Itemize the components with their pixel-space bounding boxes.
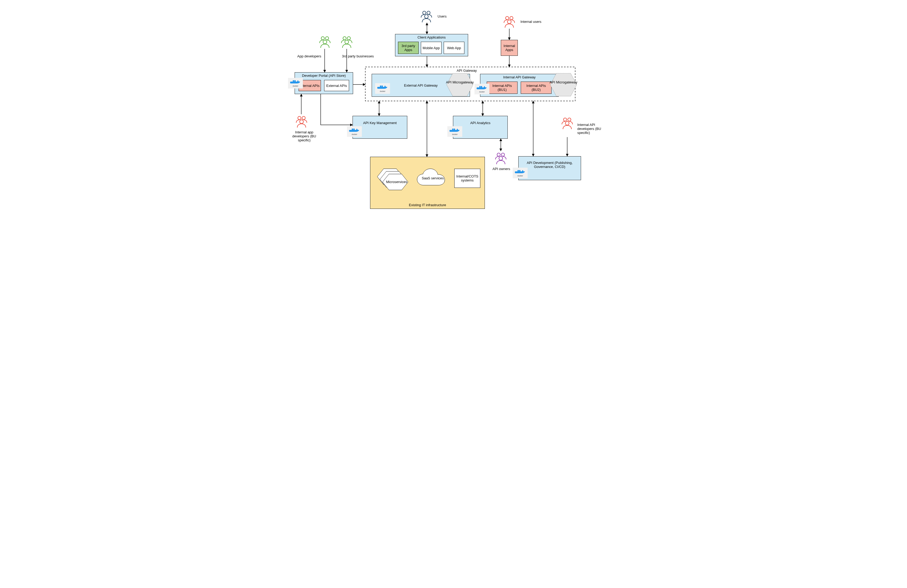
svg-rect-53 xyxy=(481,86,482,87)
web-app: Web App xyxy=(444,42,465,54)
api-owners-icon xyxy=(494,151,508,165)
saas-label: SaaS services xyxy=(415,176,450,180)
docker-icon: docker xyxy=(447,126,462,137)
svg-marker-55 xyxy=(550,73,577,96)
web-app-label: Web App xyxy=(444,42,464,54)
third-party-label: 3rd party businesses xyxy=(342,54,374,58)
docker-icon: docker xyxy=(474,84,489,95)
svg-point-24 xyxy=(343,37,346,40)
svg-point-32 xyxy=(499,157,503,160)
microservices-label: Microservices xyxy=(385,180,409,184)
svg-rect-59 xyxy=(352,128,353,130)
internal-gateway-title: Internal API Gateway xyxy=(480,74,558,80)
external-apis-tile: External APIs xyxy=(324,80,349,91)
api-microgateway-internal: API Microgateway xyxy=(549,72,578,97)
internal-api-devs-icon xyxy=(560,116,575,130)
apidev-label: API Development (Publishing, Governance,… xyxy=(519,157,581,173)
mobile-app-label: Mobile App xyxy=(421,42,441,54)
svg-rect-46 xyxy=(381,86,383,87)
svg-rect-66 xyxy=(454,128,455,130)
svg-point-28 xyxy=(302,116,305,120)
svg-point-26 xyxy=(345,40,349,44)
svg-point-15 xyxy=(423,11,426,14)
svg-rect-52 xyxy=(479,86,481,87)
external-apis-label: External APIs xyxy=(324,80,349,91)
svg-point-25 xyxy=(347,37,351,40)
client-applications: Client Applications 3rd party Apps Mobil… xyxy=(395,34,468,56)
internal-apis-bu1: Internal APIs (BU1) xyxy=(487,82,518,94)
svg-point-18 xyxy=(506,16,509,20)
api-analytics: API Analytics docker xyxy=(453,116,508,139)
svg-rect-71 xyxy=(518,170,519,171)
svg-rect-39 xyxy=(293,80,294,82)
svg-point-23 xyxy=(323,40,327,44)
existing-it-infra: Existing IT infrastructure Microservices… xyxy=(370,157,485,209)
svg-marker-48 xyxy=(447,73,473,96)
third-party-apps-label: 3rd party Apps xyxy=(398,42,418,54)
bu2-label: Internal APIs (BU2) xyxy=(521,82,551,93)
svg-point-35 xyxy=(565,122,569,125)
docker-icon: docker xyxy=(347,126,362,137)
users-icon xyxy=(419,9,434,24)
third-party-icon xyxy=(339,35,354,49)
svg-point-17 xyxy=(425,14,428,18)
api-microgateway-external: API Microgateway xyxy=(445,72,474,97)
svg-point-34 xyxy=(568,118,571,121)
users-label: Users xyxy=(437,14,447,18)
internal-cots: Internal/COTS systems xyxy=(454,169,480,188)
docker-icon: docker xyxy=(288,78,303,88)
internal-app-devs-icon xyxy=(294,114,309,129)
microgateway-label: API Microgateway xyxy=(445,80,474,84)
svg-rect-60 xyxy=(353,128,355,130)
internal-apis-bu2: Internal APIs (BU2) xyxy=(521,82,551,94)
microgateway-label-2: API Microgateway xyxy=(549,80,578,84)
developer-portal-title: Developer Portal (API Store) xyxy=(295,72,353,79)
svg-point-31 xyxy=(501,153,505,156)
svg-text:docker: docker xyxy=(517,175,523,177)
third-party-apps: 3rd party Apps xyxy=(398,42,419,54)
client-apps-title: Client Applications xyxy=(395,34,468,40)
api-development: API Development (Publishing, Governance,… xyxy=(518,156,581,180)
svg-rect-72 xyxy=(519,170,521,171)
cots-label: Internal/COTS systems xyxy=(455,169,480,187)
api-gateway-title: API Gateway xyxy=(457,69,477,72)
developer-portal: Developer Portal (API Store) Internal AP… xyxy=(295,72,353,94)
api-owners-label: API owners xyxy=(491,167,512,171)
internal-apps: Internal Apps xyxy=(501,40,518,56)
docker-icon: docker xyxy=(375,83,390,94)
api-key-management: API Key Management docker xyxy=(353,116,407,139)
internal-users-icon xyxy=(502,14,517,29)
app-developers-label: App developers xyxy=(297,54,321,58)
svg-point-30 xyxy=(497,153,500,156)
svg-text:docker: docker xyxy=(293,85,298,87)
app-developers-icon xyxy=(317,35,332,49)
internal-api-gateway: Internal API Gateway Internal APIs (BU1)… xyxy=(480,74,559,97)
svg-point-16 xyxy=(427,11,430,14)
svg-text:docker: docker xyxy=(351,133,357,135)
internal-apps-label: Internal Apps xyxy=(501,40,518,56)
docker-icon: docker xyxy=(513,168,527,178)
svg-rect-40 xyxy=(294,80,296,82)
svg-text:docker: docker xyxy=(479,91,485,93)
internal-app-devs-label: Internal app developers (BU specific) xyxy=(288,130,320,142)
svg-point-22 xyxy=(325,37,329,40)
svg-point-20 xyxy=(508,20,511,24)
infra-title: Existing IT infrastructure xyxy=(370,203,485,207)
svg-text:docker: docker xyxy=(380,90,386,92)
internal-users-label: Internal users xyxy=(521,20,542,24)
svg-point-27 xyxy=(298,116,301,120)
internal-api-devs-label: Internal API developers (BU specific) xyxy=(577,123,609,135)
svg-point-19 xyxy=(510,16,513,20)
saas-cloud: SaaS services xyxy=(415,168,450,190)
svg-rect-65 xyxy=(452,128,454,130)
mobile-app: Mobile App xyxy=(421,42,442,54)
svg-rect-45 xyxy=(380,86,381,87)
microservices-hex: Microservices xyxy=(377,162,409,194)
svg-text:docker: docker xyxy=(452,133,458,135)
svg-point-33 xyxy=(564,118,567,121)
svg-point-21 xyxy=(321,37,324,40)
architecture-diagram: Users Internal users App developers 3rd … xyxy=(278,0,629,239)
svg-point-29 xyxy=(300,120,303,123)
bu1-label: Internal APIs (BU1) xyxy=(487,82,517,93)
